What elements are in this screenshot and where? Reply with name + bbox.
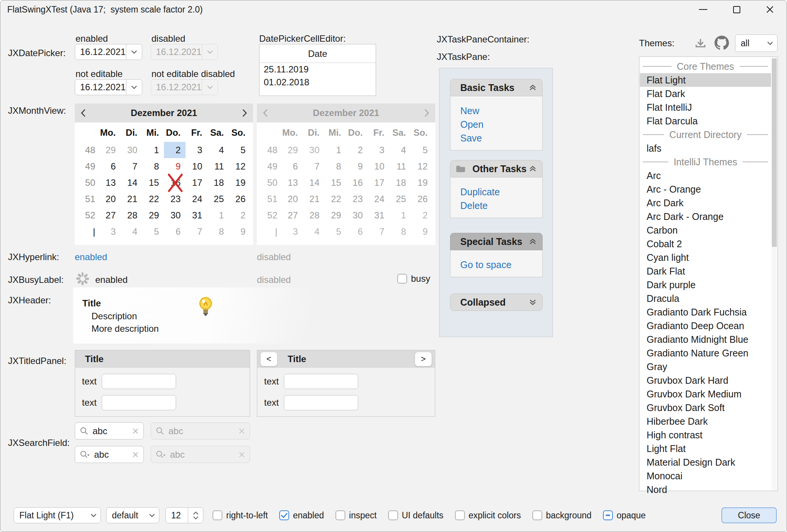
day-cell[interactable]: 15 <box>142 174 164 191</box>
toolbar-checkbox[interactable]: explicit colors <box>455 510 521 521</box>
day-cell[interactable]: 30 <box>164 207 186 223</box>
theme-item[interactable]: Flat Darcula <box>640 114 771 128</box>
task-link[interactable]: Duplicate <box>460 185 542 199</box>
day-cell[interactable]: 6 <box>164 223 186 240</box>
clear-icon[interactable] <box>132 428 139 435</box>
checkbox-box[interactable] <box>279 510 289 520</box>
day-cell[interactable]: 4 <box>121 223 142 240</box>
titledpanel-prev-button[interactable]: < <box>260 352 277 366</box>
theme-item[interactable]: Core Themes <box>640 60 771 73</box>
theme-item[interactable]: Gradianto Dark Fuchsia <box>640 305 771 319</box>
toolbar-checkbox[interactable]: inspect <box>335 510 377 521</box>
theme-item[interactable]: Monocai <box>640 469 771 483</box>
busy-checkbox[interactable]: busy <box>397 273 430 284</box>
theme-item[interactable]: Hiberbee Dark <box>640 414 771 428</box>
theme-item[interactable]: Dracula <box>640 292 771 305</box>
day-cell[interactable]: 27 <box>99 207 121 223</box>
datepicker-enabled[interactable]: 16.12.2021 <box>75 44 142 60</box>
day-cell[interactable]: 7 <box>186 223 207 240</box>
theme-item[interactable]: High contrast <box>640 428 771 442</box>
close-button[interactable]: Close <box>721 507 777 523</box>
day-cell[interactable]: 29 <box>99 142 121 158</box>
theme-item[interactable]: Arc - Orange <box>640 182 771 196</box>
day-cell[interactable]: 26 <box>229 191 250 207</box>
theme-item[interactable]: Arc <box>640 169 771 182</box>
day-cell[interactable]: 4 <box>207 142 229 158</box>
themes-filter-combo[interactable]: all <box>735 35 778 52</box>
collapse-chevron-icon[interactable] <box>529 84 537 91</box>
font-size-spinner[interactable]: 12 <box>165 507 203 523</box>
theme-item[interactable]: Dark Flat <box>640 264 771 278</box>
theme-item[interactable]: Cyan light <box>640 251 771 264</box>
checkbox-box[interactable] <box>397 274 407 284</box>
checkbox-box[interactable] <box>335 510 345 520</box>
theme-item[interactable]: Light Flat <box>640 442 771 455</box>
search-dropdown-icon[interactable] <box>80 450 90 460</box>
day-cell[interactable]: 31 <box>186 207 207 223</box>
taskpane-header[interactable]: Basic Tasks <box>450 79 543 96</box>
day-cell[interactable]: 9 <box>164 158 186 174</box>
table-row[interactable]: 25.11.2019 <box>260 63 376 76</box>
theme-item[interactable]: Material Design Dark <box>640 455 771 469</box>
text-field[interactable] <box>284 395 358 410</box>
laf-combo[interactable]: Flat Light (F1) <box>14 507 101 523</box>
minimize-button[interactable] <box>686 0 720 19</box>
theme-item[interactable]: Arc Dark <box>640 196 771 210</box>
theme-item[interactable]: Gradianto Deep Ocean <box>640 319 771 333</box>
expand-chevron-icon[interactable] <box>529 298 537 306</box>
day-cell[interactable]: 2 <box>229 207 250 223</box>
day-cell[interactable]: 8 <box>142 158 164 174</box>
day-cell[interactable]: 21 <box>121 191 142 207</box>
task-link[interactable]: Delete <box>460 199 542 212</box>
theme-item[interactable]: IntelliJ Themes <box>640 155 771 169</box>
day-cell[interactable]: 2 <box>164 142 186 158</box>
task-link[interactable]: New <box>460 104 542 118</box>
toolbar-checkbox[interactable]: UI defaults <box>388 510 444 521</box>
taskpane-header[interactable]: Special Tasks <box>450 233 543 250</box>
day-cell[interactable]: 20 <box>99 191 121 207</box>
datepicker-value[interactable]: 16.12.2021 <box>75 47 126 57</box>
checkbox-box[interactable] <box>212 510 222 520</box>
spinner-value[interactable]: 12 <box>166 508 188 523</box>
toolbar-checkbox[interactable]: opaque <box>603 510 646 521</box>
day-cell[interactable]: 16 <box>164 174 186 191</box>
checkbox-box[interactable] <box>603 510 613 520</box>
theme-item[interactable]: Cobalt 2 <box>640 237 771 251</box>
day-cell[interactable]: 14 <box>121 174 142 191</box>
day-cell[interactable]: 19 <box>229 174 250 191</box>
toolbar-checkbox[interactable]: background <box>532 510 592 521</box>
day-cell[interactable]: 3 <box>186 142 207 158</box>
download-icon[interactable] <box>694 37 707 52</box>
prev-month-button[interactable] <box>81 109 86 117</box>
day-cell[interactable]: 10 <box>186 158 207 174</box>
day-cell[interactable]: 9 <box>229 223 250 240</box>
column-header-date[interactable]: Date <box>260 44 376 63</box>
day-cell[interactable]: 17 <box>186 174 207 191</box>
maximize-button[interactable] <box>720 0 753 19</box>
datepicker-dropdown-button[interactable] <box>126 80 142 95</box>
day-cell[interactable]: 23 <box>164 191 186 207</box>
day-cell[interactable]: 1 <box>207 207 229 223</box>
searchfield-value[interactable]: abc <box>93 426 132 436</box>
day-cell[interactable]: 1 <box>142 142 164 158</box>
day-cell[interactable]: 25 <box>207 191 229 207</box>
theme-item[interactable]: Gradianto Midnight Blue <box>640 333 771 346</box>
day-cell[interactable]: 12 <box>229 158 250 174</box>
text-field[interactable] <box>284 374 358 389</box>
scrollbar-thumb[interactable] <box>772 58 777 247</box>
theme-item[interactable]: Gruvbox Dark Soft <box>640 401 771 414</box>
theme-item[interactable]: Carbon <box>640 223 771 237</box>
task-link[interactable]: Save <box>460 131 542 145</box>
theme-item[interactable]: Gruvbox Dark Hard <box>640 373 771 387</box>
day-cell[interactable]: 28 <box>121 207 142 223</box>
day-cell[interactable]: 3 <box>99 223 121 240</box>
theme-item[interactable]: Nord <box>640 483 771 496</box>
task-link[interactable]: Go to space <box>460 258 542 271</box>
theme-item[interactable]: Flat IntelliJ <box>640 100 771 114</box>
day-cell[interactable]: 7 <box>121 158 142 174</box>
searchfield-with-menu[interactable]: abc <box>75 446 144 463</box>
taskpane-header[interactable]: Other Tasks <box>450 160 543 177</box>
checkbox-box[interactable] <box>532 510 542 520</box>
hyperlink-enabled[interactable]: enabled <box>75 251 107 263</box>
title-bar[interactable]: FlatSwingXTest (Java 17; system scale fa… <box>0 0 787 19</box>
